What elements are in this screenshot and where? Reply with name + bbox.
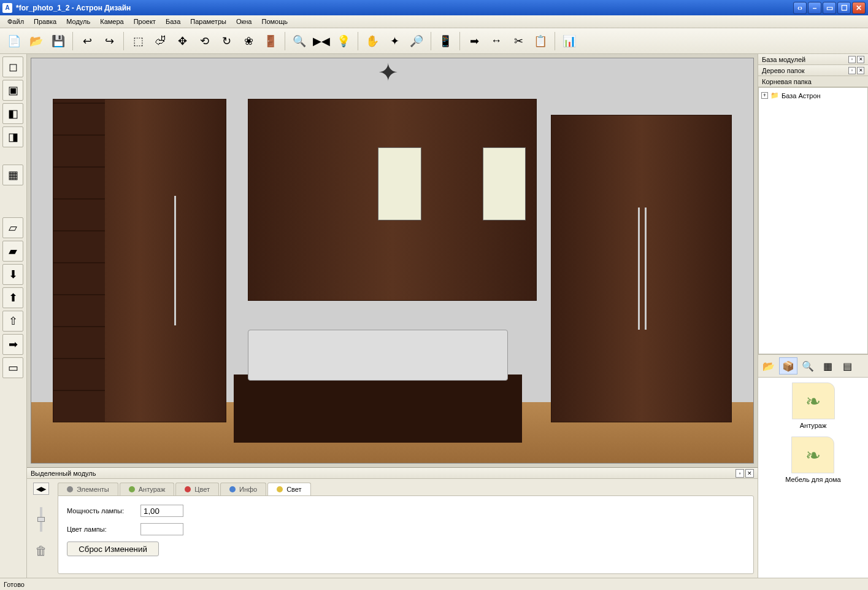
lamp-power-input[interactable] bbox=[140, 505, 183, 517]
menu-параметры[interactable]: Параметры bbox=[185, 17, 231, 26]
menu-проект[interactable]: Проект bbox=[129, 17, 161, 26]
tab-elements[interactable]: Элементы bbox=[58, 483, 118, 495]
panel-a-icon[interactable]: ▱ bbox=[2, 217, 23, 238]
lamp-color-picker[interactable] bbox=[140, 523, 183, 535]
zoom-slider[interactable] bbox=[40, 507, 42, 532]
rotate-icon[interactable]: ↻ bbox=[216, 31, 237, 52]
handle-icon bbox=[638, 208, 640, 330]
handle-icon bbox=[174, 196, 176, 325]
tab-info[interactable]: Инфо bbox=[220, 483, 266, 495]
chandelier-icon: ✦ bbox=[378, 58, 399, 87]
arrow-up-green-icon[interactable]: ⬆ bbox=[2, 287, 23, 308]
module-base-header: База модулей ▫ ✕ bbox=[758, 54, 868, 65]
panel-close-button[interactable]: ✕ bbox=[857, 56, 864, 63]
bottom-panel-title-bar: Выделенный модуль ▫ ✕ bbox=[27, 468, 758, 479]
menu-модуль[interactable]: Модуль bbox=[61, 17, 95, 26]
arrow-up-alt-icon[interactable]: ⇧ bbox=[2, 311, 23, 332]
light-icon[interactable]: 💡 bbox=[333, 31, 354, 52]
module-base-title: База модулей bbox=[762, 56, 805, 63]
arrow-right-icon[interactable]: ➡ bbox=[2, 334, 23, 355]
left-toolbar: ◻▣◧◨▦▱▰⬇⬆⇧➡▭ bbox=[0, 54, 27, 578]
menu-база[interactable]: База bbox=[161, 17, 185, 26]
open-icon[interactable]: 📂 bbox=[26, 31, 47, 52]
color-icon[interactable]: ❀ bbox=[238, 31, 259, 52]
cube-empty-icon[interactable]: ◻ bbox=[2, 56, 23, 77]
save-icon[interactable]: 💾 bbox=[48, 31, 69, 52]
redo-icon[interactable]: ↪ bbox=[99, 31, 120, 52]
tab-label: Свет bbox=[286, 486, 301, 493]
select-icon[interactable]: ⬚ bbox=[128, 31, 148, 52]
highlight-icon[interactable]: ▭ bbox=[2, 357, 23, 378]
status-bar: Готово bbox=[0, 578, 868, 590]
window-control-a[interactable]: ‹› bbox=[793, 2, 807, 14]
up-level-icon[interactable]: 📂 bbox=[759, 357, 778, 375]
pointer-icon[interactable]: ⮰ bbox=[150, 31, 171, 52]
zoom-extents-icon[interactable]: 🔍 bbox=[289, 31, 310, 52]
pan-icon[interactable]: ✋ bbox=[362, 31, 383, 52]
panel-close-button[interactable]: ✕ bbox=[857, 67, 864, 74]
tabs-area: ЭлементыАнтуражЦветИнфоСвет Мощность лам… bbox=[58, 483, 754, 574]
tab-row: ЭлементыАнтуражЦветИнфоСвет bbox=[58, 483, 754, 495]
cube-textured-icon[interactable]: ▦ bbox=[2, 165, 23, 185]
rotate90-icon[interactable]: ⟲ bbox=[194, 31, 215, 52]
viewport-3d[interactable]: ✦ bbox=[27, 54, 758, 467]
menu-помощь[interactable]: Помощь bbox=[256, 17, 293, 26]
restore-button[interactable]: ▭ bbox=[823, 2, 836, 14]
mirror-icon[interactable]: ▶◀ bbox=[311, 31, 332, 52]
tool-b-icon[interactable]: 📋 bbox=[530, 31, 551, 52]
reset-changes-button[interactable]: Сброс Изменений bbox=[67, 541, 159, 556]
export-icon[interactable]: ➡ bbox=[464, 31, 485, 52]
tree-node-root[interactable]: + 📁 База Астрон bbox=[761, 90, 865, 101]
panel-pin-button[interactable]: ▫ bbox=[848, 56, 856, 63]
door-icon[interactable]: 🚪 bbox=[260, 31, 281, 52]
zoom-icon[interactable]: 🔎 bbox=[406, 31, 427, 52]
panel-pin-button[interactable]: ▫ bbox=[735, 469, 744, 478]
panel-close-button[interactable]: ✕ bbox=[745, 469, 754, 478]
list-view-icon[interactable]: ▤ bbox=[838, 357, 856, 375]
trash-icon[interactable]: 🗑 bbox=[35, 544, 47, 558]
menu-окна[interactable]: Окна bbox=[231, 17, 257, 26]
elements-icon bbox=[67, 486, 73, 492]
panel-pin-button[interactable]: ▫ bbox=[848, 67, 856, 74]
grid-view-icon[interactable]: ▦ bbox=[818, 357, 837, 375]
search-icon[interactable]: 🔍 bbox=[799, 357, 817, 375]
nav-pager[interactable]: ◀▶ bbox=[33, 483, 49, 495]
measure-icon[interactable]: ↔ bbox=[486, 31, 507, 52]
orbit-icon[interactable]: ✦ bbox=[384, 31, 405, 52]
view-box-icon[interactable]: 📦 bbox=[779, 357, 797, 375]
menu-файл[interactable]: Файл bbox=[2, 17, 29, 26]
catalog-item-home-furniture[interactable]: ❧Мебель для дома bbox=[785, 437, 840, 483]
window-title: *for_photo_1_2 - Астрон Дизайн bbox=[16, 4, 792, 12]
tool-a-icon[interactable]: ✂ bbox=[508, 31, 529, 52]
title-bar: A *for_photo_1_2 - Астрон Дизайн ‹› – ▭ … bbox=[0, 0, 868, 15]
arrow-down-icon[interactable]: ⬇ bbox=[2, 264, 23, 285]
separator bbox=[459, 32, 460, 50]
maximize-button[interactable]: ☐ bbox=[837, 2, 851, 14]
tab-entourage[interactable]: Антураж bbox=[120, 483, 175, 495]
tab-color[interactable]: Цвет bbox=[175, 483, 219, 495]
cube-side-icon[interactable]: ◨ bbox=[2, 126, 23, 147]
new-icon[interactable]: 📄 bbox=[4, 31, 25, 52]
move-icon[interactable]: ✥ bbox=[172, 31, 193, 52]
close-button[interactable]: ✕ bbox=[852, 2, 866, 14]
bed bbox=[234, 330, 523, 443]
scene: ✦ bbox=[31, 58, 754, 464]
tab-light[interactable]: Свет bbox=[267, 483, 310, 495]
cube-front-icon[interactable]: ◧ bbox=[2, 103, 23, 124]
panel-b-icon[interactable]: ▰ bbox=[2, 241, 23, 262]
calc-icon[interactable]: 📱 bbox=[435, 31, 456, 52]
main-area: ◻▣◧◨▦▱▰⬇⬆⇧➡▭ ✦ bbox=[0, 54, 868, 578]
expand-icon[interactable]: + bbox=[761, 92, 768, 99]
tree-node-label: База Астрон bbox=[782, 92, 821, 99]
menu-камера[interactable]: Камера bbox=[95, 17, 128, 26]
minimize-button[interactable]: – bbox=[808, 2, 821, 14]
menu-правка[interactable]: Правка bbox=[29, 17, 61, 26]
catalog-item-entourage[interactable]: ❧Антураж bbox=[792, 382, 835, 429]
undo-icon[interactable]: ↩ bbox=[77, 31, 98, 52]
catalog-item-label: Антураж bbox=[800, 422, 827, 429]
tab-label: Элементы bbox=[77, 486, 109, 493]
catalog-list[interactable]: ❧Антураж❧Мебель для дома bbox=[758, 378, 868, 578]
folder-tree[interactable]: + 📁 База Астрон bbox=[758, 87, 868, 354]
cube-top-icon[interactable]: ▣ bbox=[2, 80, 23, 101]
report-icon[interactable]: 📊 bbox=[559, 31, 580, 52]
